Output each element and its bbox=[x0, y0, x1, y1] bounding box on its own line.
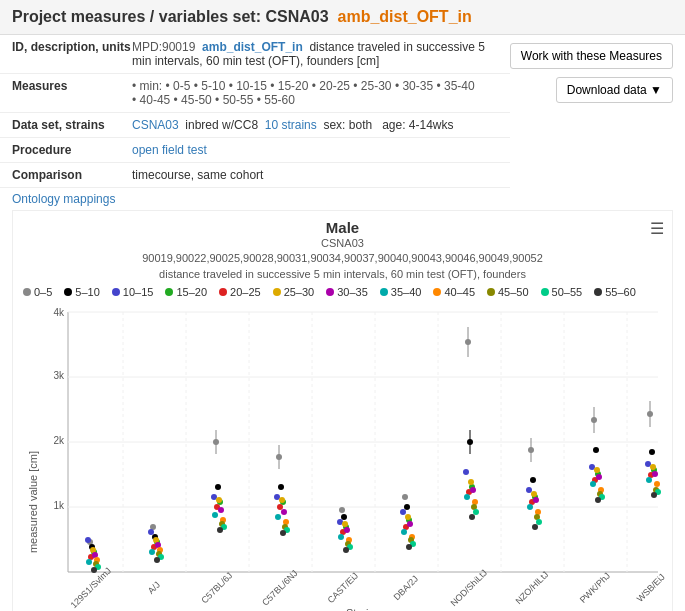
svg-text:WSB/EiJ: WSB/EiJ bbox=[635, 572, 667, 604]
dataset-value: CSNA03 inbred w/CC8 10 strains sex: both… bbox=[132, 118, 498, 132]
svg-point-110 bbox=[468, 479, 474, 485]
svg-point-137 bbox=[596, 474, 602, 480]
y-axis-label: measured value [cm] bbox=[27, 451, 39, 553]
chart-title: Male bbox=[13, 219, 672, 236]
measures-row: Measures • min: • 0-5 • 5-10 • 10-15 • 1… bbox=[0, 74, 510, 113]
svg-point-149 bbox=[650, 464, 656, 470]
svg-point-151 bbox=[646, 477, 652, 483]
dataset-row: Data set, strains CSNA03 inbred w/CC8 10… bbox=[0, 113, 510, 138]
svg-point-74 bbox=[275, 514, 281, 520]
chart-subtitle1: CSNA03 bbox=[13, 236, 672, 251]
svg-point-146 bbox=[645, 461, 651, 467]
dataset-sex: sex: both bbox=[323, 118, 372, 132]
svg-point-72 bbox=[279, 497, 285, 503]
svg-point-80 bbox=[341, 514, 347, 520]
id-row: ID, description, units MPD:90019 amb_dis… bbox=[0, 35, 510, 74]
dataset-age: age: 4-14wks bbox=[382, 118, 453, 132]
legend-dot bbox=[380, 288, 388, 296]
measure-name-link[interactable]: amb_dist_OFT_in bbox=[202, 40, 303, 54]
legend-item: 55–60 bbox=[594, 286, 636, 298]
svg-point-40 bbox=[91, 567, 97, 573]
measures-value: • min: • 0-5 • 5-10 • 10-15 • 15-20 • 20… bbox=[132, 79, 498, 107]
svg-point-56 bbox=[211, 494, 217, 500]
svg-point-43 bbox=[148, 529, 154, 535]
svg-text:1k: 1k bbox=[53, 500, 65, 511]
legend-label: 20–25 bbox=[230, 286, 261, 298]
header-project: CSNA03 bbox=[265, 8, 328, 25]
svg-point-59 bbox=[216, 497, 222, 503]
svg-point-79 bbox=[339, 507, 345, 513]
svg-point-142 bbox=[595, 497, 601, 503]
legend-label: 55–60 bbox=[605, 286, 636, 298]
chart-subtitle2: 90019,90022,90025,90028,90031,90034,9003… bbox=[13, 251, 672, 266]
svg-point-126 bbox=[535, 509, 541, 515]
dataset-strains-count[interactable]: 10 strains bbox=[265, 118, 317, 132]
svg-point-84 bbox=[342, 521, 348, 527]
chart-subtitle: CSNA03 90019,90022,90025,90028,90031,900… bbox=[13, 236, 672, 282]
svg-point-152 bbox=[654, 481, 660, 487]
svg-point-111 bbox=[470, 487, 476, 493]
svg-point-68 bbox=[278, 484, 284, 490]
dataset-project-link[interactable]: CSNA03 bbox=[132, 118, 179, 132]
legend-dot bbox=[112, 288, 120, 296]
svg-point-65 bbox=[217, 527, 223, 533]
page-header: Project measures / variables set: CSNA03… bbox=[0, 0, 685, 35]
legend-dot bbox=[487, 288, 495, 296]
svg-point-90 bbox=[343, 547, 349, 553]
svg-point-86 bbox=[338, 534, 344, 540]
svg-point-71 bbox=[277, 504, 283, 510]
work-measures-button[interactable]: Work with these Measures bbox=[510, 43, 673, 69]
procedure-label: Procedure bbox=[12, 143, 132, 157]
mpd-id: MPD:90019 bbox=[132, 40, 195, 54]
svg-point-52 bbox=[154, 557, 160, 563]
legend-item: 10–15 bbox=[112, 286, 154, 298]
chart-svg-wrap: measured value [cm] 4k 3k 2k 1k 129S1/Sv… bbox=[13, 302, 672, 611]
chart-container: ☰ Male CSNA03 90019,90022,90025,90028,90… bbox=[12, 210, 673, 611]
legend-label: 35–40 bbox=[391, 286, 422, 298]
svg-point-92 bbox=[404, 504, 410, 510]
chart-menu-icon[interactable]: ☰ bbox=[650, 219, 664, 238]
dataset-label: Data set, strains bbox=[12, 118, 132, 132]
svg-point-138 bbox=[590, 481, 596, 487]
svg-text:2k: 2k bbox=[53, 435, 65, 446]
legend-item: 5–10 bbox=[64, 286, 99, 298]
download-data-button[interactable]: Download data bbox=[556, 77, 673, 103]
svg-point-136 bbox=[594, 467, 600, 473]
measures-line2: • 40-45 • 45-50 • 50-55 • 55-60 bbox=[132, 93, 498, 107]
legend-label: 30–35 bbox=[337, 286, 368, 298]
legend-dot bbox=[23, 288, 31, 296]
svg-text:NOD/ShiLtJ: NOD/ShiLtJ bbox=[449, 568, 490, 609]
legend-item: 30–35 bbox=[326, 286, 368, 298]
svg-point-85 bbox=[344, 527, 350, 533]
procedure-link[interactable]: open field test bbox=[132, 143, 207, 157]
measures-label: Measures bbox=[12, 79, 132, 93]
svg-point-31 bbox=[85, 537, 91, 543]
legend-dot bbox=[326, 288, 334, 296]
comparison-row: Comparison timecourse, same cohort bbox=[0, 163, 510, 188]
svg-point-129 bbox=[532, 524, 538, 530]
legend-dot bbox=[219, 288, 227, 296]
svg-point-115 bbox=[473, 509, 479, 515]
id-label: ID, description, units bbox=[12, 40, 132, 54]
procedure-value: open field test bbox=[132, 143, 498, 157]
legend-dot bbox=[433, 288, 441, 296]
legend-item: 15–20 bbox=[165, 286, 207, 298]
legend-dot bbox=[64, 288, 72, 296]
svg-point-132 bbox=[593, 447, 599, 453]
legend-item: 25–30 bbox=[273, 286, 315, 298]
chart-plot-area: 4k 3k 2k 1k 129S1/SvlmJ A/J C57BL/6J C57… bbox=[53, 307, 667, 611]
svg-text:PWK/PhJ: PWK/PhJ bbox=[578, 571, 612, 605]
legend-label: 5–10 bbox=[75, 286, 99, 298]
svg-point-55 bbox=[215, 484, 221, 490]
header-prefix: Project measures / variables set: bbox=[12, 8, 265, 25]
svg-point-73 bbox=[281, 509, 287, 515]
legend-label: 25–30 bbox=[284, 286, 315, 298]
svg-point-113 bbox=[472, 499, 478, 505]
legend-label: 0–5 bbox=[34, 286, 52, 298]
svg-point-61 bbox=[212, 512, 218, 518]
svg-text:C57BL/6NJ: C57BL/6NJ bbox=[260, 568, 300, 608]
svg-text:DBA/2J: DBA/2J bbox=[392, 574, 421, 603]
measures-line1: • min: • 0-5 • 5-10 • 10-15 • 15-20 • 20… bbox=[132, 79, 498, 93]
legend-dot bbox=[273, 288, 281, 296]
ontology-link[interactable]: Ontology mappings bbox=[0, 188, 685, 210]
